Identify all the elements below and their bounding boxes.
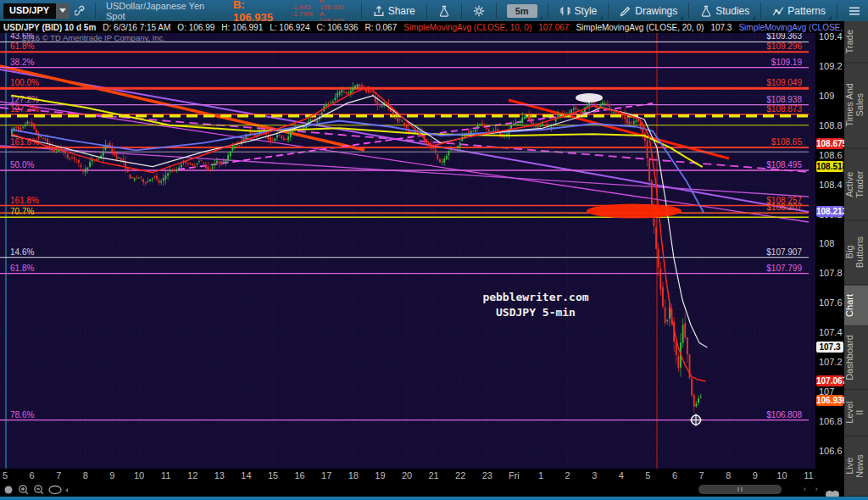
price-tick: 109.4 (819, 31, 843, 42)
time-tick: 9 (109, 470, 114, 481)
dropdown-corner (680, 16, 683, 19)
high-marker-ellipse[interactable] (576, 93, 603, 103)
candle-body (82, 169, 84, 172)
collapse-arrow-icon[interactable] (65, 488, 68, 492)
candle-body (696, 403, 698, 406)
fib-left-label: 61.8% (10, 264, 34, 273)
style-button[interactable]: Style (552, 0, 605, 21)
candle-body (214, 164, 215, 165)
candle-body (531, 119, 532, 124)
candle-body (602, 103, 604, 104)
candle-body (33, 124, 35, 129)
top-toolbar: USD/JPY USDollar/Japanese Yen Spot B: 10… (0, 0, 868, 21)
candle-body (147, 181, 149, 182)
price-level-label: $108.873 (766, 104, 802, 114)
price-chart-canvas[interactable]: 43.6%$109.36361.8%$109.29638.2%$109.1910… (0, 33, 815, 469)
sidebar-tab-times-and-sales[interactable]: Times And Sales (844, 63, 868, 149)
link-icon (75, 5, 86, 17)
candle-body (526, 116, 528, 117)
candle-body (348, 92, 349, 93)
link-chart-button[interactable] (70, 0, 92, 21)
time-tick: Fri (509, 470, 520, 481)
candle-body (231, 147, 233, 151)
time-tick: 13 (214, 470, 225, 481)
candle-body (40, 136, 42, 137)
analyze-button[interactable] (431, 0, 458, 21)
candle-body (392, 112, 394, 115)
time-tick: 16 (294, 470, 304, 481)
bid-small: B: 106.935 (320, 0, 351, 11)
symbol-selector[interactable]: USD/JPY (3, 3, 70, 19)
candle-body (535, 126, 537, 127)
change-block: -1.945 -1.79% (292, 4, 313, 18)
candle-body (453, 149, 454, 150)
scrollbar-grip[interactable] (737, 487, 739, 492)
price-axis[interactable]: 109.4109.2109108.8108.6108.4108.2108107.… (815, 33, 844, 469)
candle-body (633, 121, 635, 124)
candle-body (156, 176, 158, 179)
price-tick: 107.6 (819, 297, 843, 308)
share-button[interactable]: Share (365, 0, 423, 21)
studies-button[interactable]: Studies (693, 0, 757, 21)
oval-tool-icon[interactable] (49, 486, 61, 494)
candle-body (328, 104, 330, 105)
sidebar-tab-active-trader[interactable]: Active Trader (844, 149, 868, 221)
time-tick: 2 (565, 470, 570, 481)
sidebar-tab-big-buttons[interactable]: Big Buttons (844, 220, 868, 285)
candle-body (326, 104, 327, 106)
candle-body (524, 117, 526, 119)
target-marker[interactable] (690, 414, 703, 426)
price-badge: 106.936 (816, 395, 843, 406)
patterns-button[interactable]: Patterns (765, 0, 833, 21)
candle-body (397, 118, 398, 121)
candle-body (152, 178, 153, 179)
symbol-info: USD/JPY (BID) 10 d 5m (0, 23, 99, 32)
zoom-in-icon[interactable] (19, 486, 28, 494)
scroll-arrows[interactable]: ‹ › (804, 485, 821, 493)
zoom-out-icon[interactable] (35, 486, 43, 494)
settings-button[interactable] (465, 0, 492, 21)
candle-body (125, 162, 126, 169)
chart-zoom-controls[interactable] (0, 483, 76, 497)
candle-body (481, 123, 483, 124)
menu-button[interactable] (841, 0, 868, 21)
symbol-dropdown-button[interactable] (56, 3, 70, 19)
sidebar-tab-level-ii[interactable]: Level II (844, 389, 868, 436)
candle-body (513, 124, 515, 125)
support-zone-ellipse[interactable] (587, 204, 682, 219)
candle-body (365, 88, 367, 92)
candle-body (343, 92, 345, 92)
candle-body (286, 139, 287, 140)
sidebar-tab-trade[interactable]: Trade (844, 21, 868, 63)
price-tick: 106.6 (819, 446, 843, 456)
sidebar-tab-dashboard[interactable]: Dashboard (844, 326, 868, 390)
drawings-button[interactable]: Drawings (612, 0, 685, 21)
horizontal-scrollbar[interactable] (698, 485, 782, 494)
price-level-label: $108.938 (766, 95, 802, 104)
trendline[interactable] (0, 69, 809, 212)
time-tick: 11 (161, 470, 170, 481)
divider (548, 3, 548, 19)
sma10-label[interactable]: SimpleMovingAvg (CLOSE, 10, 0) (400, 23, 535, 32)
time-axis[interactable]: 567891011121314151617181920212223Fri1234… (0, 469, 844, 483)
candle-body (81, 165, 82, 168)
sidebar-tab-chart[interactable]: Chart (844, 286, 868, 326)
candle-body (352, 87, 353, 92)
pan-icon[interactable] (5, 486, 13, 494)
candle-body (665, 308, 666, 323)
candle-body (470, 131, 472, 133)
sma50-label[interactable]: SimpleMovingAvg (CLOSE, 50, 0) (735, 23, 844, 32)
candle-body (71, 158, 73, 158)
price-badge: 108.518 (816, 161, 843, 172)
sidebar-tab-live-news[interactable]: Live News (844, 436, 868, 497)
beaker-icon (700, 5, 712, 17)
sma20-label[interactable]: SimpleMovingAvg (CLOSE, 20, 0) (572, 23, 707, 32)
candle-body (75, 159, 77, 160)
fib-left-label: 14.6% (10, 247, 34, 257)
symbol-input[interactable]: USD/JPY (3, 3, 56, 19)
candle-body (220, 161, 222, 164)
fib-left-label: 127.2% (10, 104, 39, 114)
trendline[interactable] (0, 146, 809, 197)
candle-body (227, 155, 229, 160)
timeframe-button[interactable]: 5m (500, 0, 544, 21)
